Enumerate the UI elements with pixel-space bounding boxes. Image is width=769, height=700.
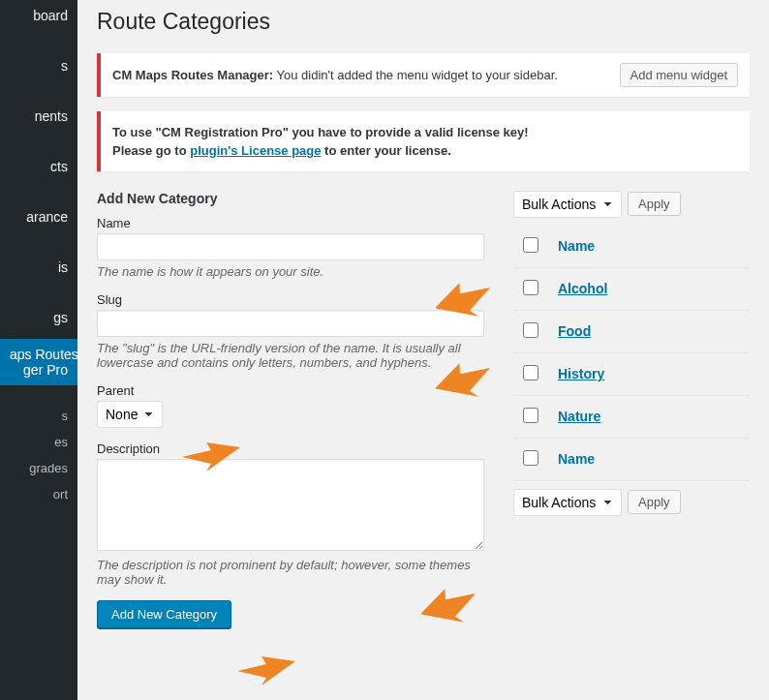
select-all-checkbox[interactable] bbox=[523, 237, 538, 253]
sidebar-item[interactable]: nents bbox=[0, 101, 77, 132]
notice-prefix: CM Maps Routes Manager: bbox=[112, 68, 273, 82]
page-title: Route Categories bbox=[97, 0, 750, 39]
svg-marker-4 bbox=[237, 656, 295, 685]
table-row: Food bbox=[513, 310, 750, 352]
notice-text: To use "CM Registration Pro" you have to… bbox=[112, 125, 529, 139]
annotation-arrow-icon bbox=[237, 656, 295, 685]
sidebar-item-active[interactable]: aps Routes ger Pro bbox=[0, 339, 77, 385]
notice-text: Please go to bbox=[112, 143, 190, 158]
sidebar-item-label: aps Routes bbox=[10, 347, 77, 362]
sidebar-item[interactable]: cts bbox=[0, 151, 77, 182]
column-header-name[interactable]: Name bbox=[558, 238, 595, 254]
name-label: Name bbox=[97, 216, 484, 230]
sidebar-item[interactable]: gs bbox=[0, 302, 77, 333]
sidebar-item-label: ger Pro bbox=[23, 362, 68, 378]
table-row: Alcohol bbox=[513, 267, 750, 310]
slug-input[interactable] bbox=[97, 310, 484, 337]
sidebar-item[interactable]: board bbox=[0, 0, 77, 31]
category-list: Bulk Actions Apply Name Alcohol bbox=[513, 191, 750, 628]
row-checkbox[interactable] bbox=[523, 280, 538, 295]
form-heading: Add New Category bbox=[97, 191, 484, 206]
bulk-actions-select[interactable]: Bulk Actions bbox=[513, 489, 622, 516]
sidebar-item[interactable]: arance bbox=[0, 201, 77, 232]
row-checkbox[interactable] bbox=[523, 322, 538, 338]
sidebar-item[interactable]: is bbox=[0, 252, 77, 283]
sidebar-subitem[interactable]: ort bbox=[0, 481, 77, 507]
row-checkbox[interactable] bbox=[523, 365, 538, 380]
bulk-actions-select[interactable]: Bulk Actions bbox=[513, 191, 622, 218]
license-page-link[interactable]: plugin's License page bbox=[190, 143, 321, 158]
description-label: Description bbox=[97, 441, 484, 456]
apply-button[interactable]: Apply bbox=[628, 192, 681, 216]
row-checkbox[interactable] bbox=[523, 408, 538, 423]
notice-text: You didin't added the menu widget to you… bbox=[277, 68, 558, 82]
notice-license: To use "CM Registration Pro" you have to… bbox=[97, 111, 750, 171]
name-input[interactable] bbox=[97, 233, 484, 260]
description-desc: The description is not prominent by defa… bbox=[97, 558, 484, 587]
slug-desc: The "slug" is the URL-friendly version o… bbox=[97, 341, 484, 370]
add-category-button[interactable]: Add New Category bbox=[97, 600, 231, 628]
sidebar-subitem[interactable]: es bbox=[0, 429, 77, 455]
category-link[interactable]: Alcohol bbox=[558, 281, 607, 296]
add-category-form: Add New Category Name The name is how it… bbox=[97, 191, 484, 628]
admin-sidebar: board s nents cts arance is gs aps Route… bbox=[0, 0, 77, 700]
category-link[interactable]: History bbox=[558, 366, 604, 381]
column-footer-name[interactable]: Name bbox=[558, 451, 595, 467]
sidebar-subitem[interactable]: grades bbox=[0, 455, 77, 481]
category-link[interactable]: Nature bbox=[558, 409, 600, 424]
sidebar-subitem[interactable]: s bbox=[0, 403, 77, 429]
parent-select[interactable]: None bbox=[97, 401, 163, 428]
add-menu-widget-button[interactable]: Add menu widget bbox=[620, 63, 738, 87]
apply-button[interactable]: Apply bbox=[628, 490, 681, 514]
notice-text: to enter your license. bbox=[322, 143, 451, 158]
notice-widget: CM Maps Routes Manager: You didin't adde… bbox=[97, 53, 750, 97]
category-link[interactable]: Food bbox=[558, 323, 591, 339]
table-row: Nature bbox=[513, 395, 750, 438]
description-textarea[interactable] bbox=[97, 459, 484, 551]
parent-label: Parent bbox=[97, 383, 484, 398]
name-desc: The name is how it appears on your site. bbox=[97, 264, 484, 279]
select-all-checkbox[interactable] bbox=[523, 450, 538, 466]
table-row: History bbox=[513, 352, 750, 395]
slug-label: Slug bbox=[97, 292, 484, 307]
sidebar-item[interactable]: s bbox=[0, 50, 77, 81]
